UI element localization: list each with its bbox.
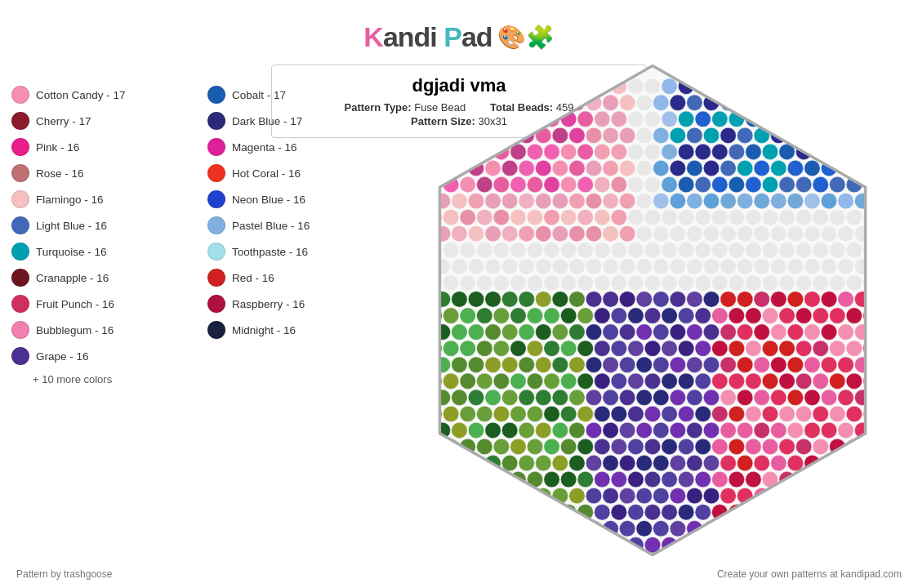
svg-point-353: [443, 308, 458, 323]
svg-point-962: [577, 537, 593, 553]
svg-point-382: [434, 324, 450, 340]
svg-point-209: [552, 226, 568, 242]
svg-point-14: [729, 78, 744, 94]
color-item: Bubblegum - 16: [8, 317, 196, 343]
color-label: Cobalt - 17: [232, 89, 286, 101]
svg-point-392: [603, 324, 618, 340]
svg-point-959: [527, 537, 542, 553]
svg-point-677: [387, 422, 400, 438]
svg-point-312: [762, 275, 778, 291]
color-label: Bubblegum - 16: [36, 324, 114, 336]
svg-point-501: [787, 357, 803, 372]
svg-point-445: [762, 341, 778, 356]
svg-point-430: [510, 341, 526, 356]
svg-point-80: [628, 144, 644, 159]
svg-point-590: [536, 390, 551, 405]
svg-point-646: [644, 406, 660, 421]
svg-point-777: [586, 455, 601, 470]
svg-point-8: [628, 78, 644, 94]
svg-point-490: [603, 357, 618, 372]
svg-point-297: [510, 275, 526, 291]
svg-point-836: [880, 471, 895, 487]
color-item: Pastel Blue - 16: [204, 212, 392, 238]
color-label: Cranapple - 16: [36, 272, 109, 284]
svg-point-349: [889, 292, 904, 307]
svg-point-857: [586, 488, 601, 503]
svg-point-687: [552, 422, 568, 438]
svg-point-638: [510, 406, 526, 421]
svg-point-160: [720, 193, 736, 208]
color-item: Light Blue - 16: [8, 212, 196, 238]
svg-point-42: [662, 111, 677, 127]
svg-point-125: [577, 176, 593, 192]
color-label: Grape - 16: [36, 350, 89, 363]
svg-point-702: [804, 422, 820, 438]
color-item: Pink - 16: [8, 134, 196, 160]
svg-point-882: [387, 504, 392, 519]
svg-point-26: [687, 95, 702, 110]
svg-point-238: [527, 243, 542, 258]
svg-point-261: [418, 259, 434, 274]
svg-point-734: [577, 439, 593, 454]
svg-point-636: [477, 406, 492, 421]
svg-point-732: [544, 439, 559, 454]
svg-point-537: [493, 373, 509, 389]
svg-point-890: [510, 504, 526, 519]
svg-point-552: [746, 373, 761, 389]
svg-point-484: [501, 357, 517, 372]
svg-point-88: [762, 144, 778, 159]
svg-point-439: [662, 341, 677, 356]
svg-point-650: [712, 406, 728, 421]
svg-point-765: [387, 455, 400, 470]
svg-point-861: [653, 488, 669, 503]
color-grid: Cotton Candy - 17Cobalt - 17Cherry - 17D…: [8, 82, 392, 369]
svg-point-3: [544, 78, 559, 94]
svg-point-247: [678, 243, 693, 258]
svg-point-190: [729, 209, 744, 225]
svg-point-546: [644, 373, 660, 389]
svg-point-175: [477, 209, 492, 225]
svg-point-61: [670, 127, 685, 143]
svg-point-701: [787, 422, 803, 438]
svg-point-488: [569, 357, 585, 372]
svg-point-257: [846, 243, 862, 258]
more-colors: + 10 more colors: [8, 369, 392, 390]
svg-point-110: [754, 160, 769, 176]
svg-point-41: [644, 111, 660, 127]
svg-point-224: [804, 226, 820, 242]
svg-point-442: [712, 341, 728, 356]
svg-point-920: [434, 521, 450, 537]
color-item: Dark Blue - 17: [204, 108, 392, 134]
svg-point-739: [662, 439, 677, 454]
svg-point-921: [452, 521, 467, 537]
svg-point-380: [401, 324, 417, 340]
svg-point-336: [670, 292, 685, 307]
svg-point-644: [611, 406, 626, 421]
svg-point-853: [519, 488, 534, 503]
svg-point-695: [687, 422, 702, 438]
svg-point-538: [510, 373, 526, 389]
svg-point-328: [536, 292, 551, 307]
svg-point-337: [687, 292, 702, 307]
svg-point-270: [569, 259, 585, 274]
svg-point-787: [754, 455, 769, 470]
svg-point-134: [729, 176, 744, 192]
svg-point-424: [409, 341, 425, 356]
svg-point-15: [746, 78, 761, 94]
svg-point-293: [443, 275, 458, 291]
svg-point-560: [880, 373, 895, 389]
svg-point-951: [393, 537, 408, 553]
svg-point-199: [880, 209, 895, 225]
svg-point-48: [762, 111, 778, 127]
svg-point-699: [754, 422, 769, 438]
svg-point-981: [897, 537, 912, 553]
svg-point-693: [653, 422, 669, 438]
svg-point-871: [821, 488, 836, 503]
svg-point-320: [401, 292, 417, 307]
svg-point-860: [636, 488, 652, 503]
color-item: Grape - 16: [8, 343, 196, 369]
svg-point-123: [544, 176, 559, 192]
svg-point-865: [720, 488, 736, 503]
svg-point-165: [804, 193, 820, 208]
svg-point-998: [670, 554, 685, 569]
